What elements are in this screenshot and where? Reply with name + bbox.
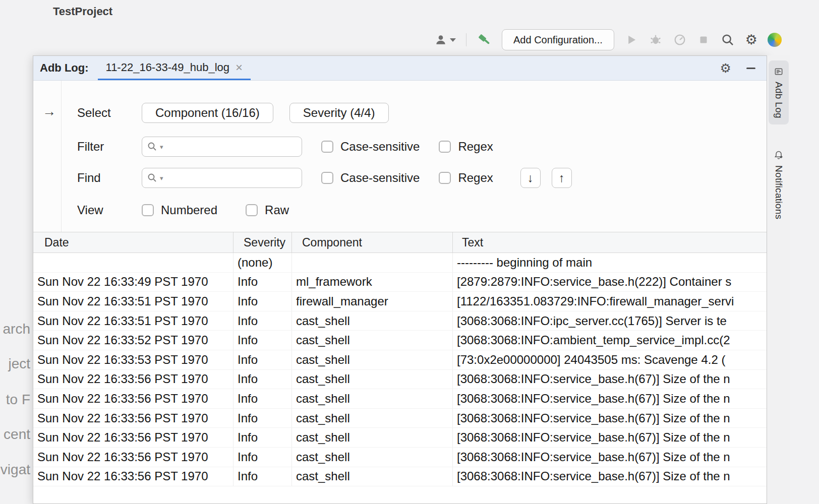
- table-row[interactable]: Sun Nov 22 16:33:56 PST 1970 Info cast_s…: [33, 448, 767, 467]
- table-row[interactable]: Sun Nov 22 16:33:51 PST 1970 Info cast_s…: [33, 311, 767, 331]
- panel-header: Adb Log: 11-22_16-33-49_hub_log × ⚙: [33, 56, 767, 81]
- chevron-down-icon: [450, 38, 456, 42]
- cell-date: Sun Nov 22 16:33:56 PST 1970: [33, 428, 233, 447]
- bell-icon: [774, 150, 784, 160]
- panel-header-actions: ⚙: [720, 56, 767, 80]
- find-search-field: ▾: [142, 168, 302, 188]
- minimize-icon[interactable]: [746, 68, 755, 69]
- background-text-fragment: ject: [0, 356, 30, 372]
- column-header-date[interactable]: Date: [33, 232, 233, 253]
- severity-filter-button[interactable]: Severity (4/4): [289, 103, 389, 123]
- cell-component: cast_shell: [292, 311, 453, 331]
- cell-text: [3068:3068:INFO:service_base.h(67)] Size…: [453, 467, 767, 486]
- hammer-icon: [477, 32, 492, 47]
- close-icon[interactable]: ×: [236, 61, 243, 74]
- background-text-fragment: to F: [0, 392, 30, 408]
- debug-button[interactable]: [649, 33, 663, 47]
- severity-filter-label: Severity (4/4): [303, 106, 375, 120]
- table-row[interactable]: Sun Nov 22 16:33:56 PST 1970 Info cast_s…: [33, 370, 767, 390]
- view-label: View: [77, 200, 103, 220]
- filter-case-sensitive-checkbox[interactable]: Case-sensitive: [321, 140, 420, 154]
- log-window-icon: [774, 67, 784, 77]
- cell-date: Sun Nov 22 16:33:51 PST 1970: [33, 292, 233, 311]
- table-row[interactable]: Sun Nov 22 16:33:49 PST 1970 Info ml_fra…: [33, 273, 767, 292]
- ide-avatar-icon[interactable]: [768, 33, 782, 47]
- cell-text: [3068:3068:INFO:service_base.h(67)] Size…: [453, 448, 767, 467]
- cell-text: [3068:3068:INFO:service_base.h(67)] Size…: [453, 370, 767, 389]
- find-next-button[interactable]: ↓: [520, 168, 541, 188]
- cell-date: Sun Nov 22 16:33:56 PST 1970: [33, 389, 233, 408]
- tab-adb-log[interactable]: Adb Log: [769, 60, 789, 124]
- select-label: Select: [77, 103, 111, 123]
- panel-header-label: Adb Log:: [40, 61, 89, 75]
- panel-gear-icon[interactable]: ⚙: [720, 62, 731, 75]
- table-body: (none) --------- beginning of main Sun N…: [33, 253, 767, 503]
- tab-adb-log-label: Adb Log: [773, 82, 784, 118]
- cell-component: ml_framework: [292, 273, 453, 292]
- search-icon: [147, 142, 157, 152]
- find-regex-checkbox[interactable]: Regex: [439, 171, 493, 185]
- cell-date: Sun Nov 22 16:33:53 PST 1970: [33, 350, 233, 369]
- raw-checkbox[interactable]: Raw: [246, 203, 289, 217]
- tab-notifications[interactable]: Notifications: [769, 144, 789, 225]
- cell-severity: Info: [233, 311, 292, 331]
- checkbox-icon: [321, 141, 333, 153]
- checkbox-icon: [321, 172, 333, 184]
- table-row[interactable]: Sun Nov 22 16:33:53 PST 1970 Info cast_s…: [33, 350, 767, 370]
- filter-input[interactable]: [166, 140, 297, 154]
- chevron-down-icon: ▾: [160, 175, 163, 181]
- cell-text: [3068:3068:INFO:ipc_server.cc(1765)] Ser…: [453, 311, 767, 331]
- build-button[interactable]: [477, 32, 492, 47]
- table-row[interactable]: Sun Nov 22 16:33:56 PST 1970 Info cast_s…: [33, 428, 767, 448]
- stop-icon: [697, 33, 710, 46]
- table-row[interactable]: Sun Nov 22 16:33:51 PST 1970 Info firewa…: [33, 292, 767, 311]
- cell-component: [292, 253, 453, 272]
- case-sensitive-label: Case-sensitive: [340, 140, 420, 154]
- find-input[interactable]: [166, 171, 297, 185]
- window-title: TestProject: [53, 5, 112, 18]
- user-profile-button[interactable]: [434, 33, 456, 46]
- checkbox-icon: [439, 141, 451, 153]
- debug-icon: [649, 33, 663, 47]
- find-previous-button[interactable]: ↑: [552, 168, 572, 188]
- table-row[interactable]: Sun Nov 22 16:33:52 PST 1970 Info cast_s…: [33, 331, 767, 350]
- column-header-severity[interactable]: Severity: [233, 232, 292, 253]
- table-row[interactable]: Sun Nov 22 16:33:56 PST 1970 Info cast_s…: [33, 409, 767, 428]
- background-text-fragment: arch: [0, 321, 30, 337]
- filter-area: → Select Component (16/16) Severity (4/4…: [33, 81, 767, 232]
- cell-text: --------- beginning of main: [453, 253, 767, 272]
- checkbox-icon: [439, 172, 451, 184]
- table-row[interactable]: (none) --------- beginning of main: [33, 253, 767, 273]
- view-row: View Numbered Raw: [33, 200, 767, 220]
- cell-severity: Info: [233, 370, 292, 389]
- person-icon: [434, 33, 447, 46]
- cell-text: [3068:3068:INFO:service_base.h(67)] Size…: [453, 389, 767, 408]
- cell-component: cast_shell: [292, 409, 453, 428]
- cell-text: [1122/163351.083729:INFO:firewall_manage…: [453, 292, 767, 311]
- arrow-down-icon: ↓: [528, 171, 534, 185]
- settings-button[interactable]: ⚙: [745, 33, 757, 47]
- run-button[interactable]: [624, 33, 638, 47]
- filter-regex-checkbox[interactable]: Regex: [439, 140, 493, 154]
- cell-severity: Info: [233, 331, 292, 350]
- cell-severity: Info: [233, 389, 292, 408]
- find-row: Find ▾ Case-sensitive Regex ↓: [33, 168, 767, 188]
- column-header-text[interactable]: Text: [453, 232, 767, 253]
- component-filter-button[interactable]: Component (16/16): [142, 103, 273, 123]
- background-text-fragment: vigat: [0, 462, 30, 478]
- profiler-button[interactable]: [673, 33, 687, 47]
- case-sensitive-label: Case-sensitive: [340, 171, 420, 185]
- table-row[interactable]: Sun Nov 22 16:33:56 PST 1970 Info cast_s…: [33, 389, 767, 409]
- cell-severity: Info: [233, 428, 292, 447]
- log-file-tab[interactable]: 11-22_16-33-49_hub_log ×: [98, 56, 251, 80]
- table-header: Date Severity Component Text: [33, 232, 767, 253]
- search-icon: [720, 32, 735, 47]
- numbered-checkbox[interactable]: Numbered: [142, 203, 217, 217]
- column-header-component[interactable]: Component: [292, 232, 453, 253]
- table-row[interactable]: Sun Nov 22 16:33:56 PST 1970 Info cast_s…: [33, 467, 767, 487]
- add-configuration-button[interactable]: Add Configuration...: [502, 29, 614, 50]
- cell-date: Sun Nov 22 16:33:56 PST 1970: [33, 448, 233, 467]
- find-case-sensitive-checkbox[interactable]: Case-sensitive: [321, 171, 420, 185]
- stop-button[interactable]: [697, 33, 710, 46]
- search-everywhere-button[interactable]: [720, 32, 735, 47]
